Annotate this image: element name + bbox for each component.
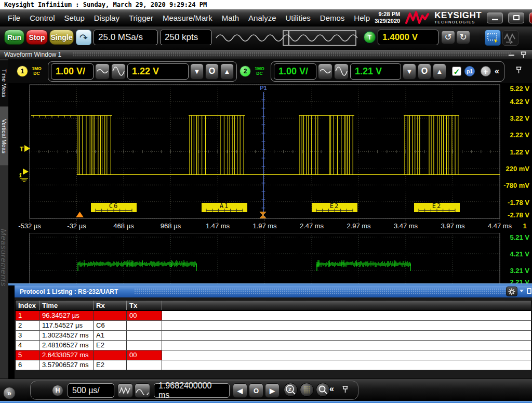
pan-zero-button[interactable]: O (249, 383, 263, 398)
channel-2-scale-box[interactable]: 1.00 V/ (274, 63, 316, 80)
menu-item-measure-mark[interactable]: Measure/Mark (158, 12, 217, 24)
zoom-out-wave-button[interactable] (117, 383, 133, 398)
memory-depth-box[interactable]: 250 kpts (160, 30, 212, 45)
menu-item-trigger[interactable]: Trigger (124, 12, 158, 24)
channel-1-large-scale-button[interactable] (111, 63, 126, 80)
stop-button[interactable]: Stop (26, 30, 48, 45)
trigger-level-box[interactable]: 1.4000 V (378, 30, 438, 45)
waveform-window-title: Waveform Window 1 (4, 51, 61, 58)
sample-rate-box[interactable]: 25.0 MSa/s (94, 30, 158, 45)
protocol-header-filler (162, 301, 531, 310)
channel-1-offset-box[interactable]: 1.22 V (127, 63, 189, 80)
menu-item-display[interactable]: Display (89, 12, 124, 24)
drag-waveform-tool-button[interactable] (502, 30, 518, 46)
collapse-chevrons[interactable]: « (495, 67, 499, 76)
pin-icon[interactable] (520, 51, 527, 59)
channel-1-offset-zero-button[interactable]: O (205, 63, 219, 80)
p1-marker[interactable]: P1 (260, 85, 267, 218)
touch-mode-button[interactable]: ↷ (76, 30, 91, 45)
protocol-cell: 4 (16, 341, 39, 350)
channel-2-offset-zero-button[interactable]: O (418, 63, 431, 80)
region-select-tool-button[interactable] (485, 30, 501, 46)
menu-item-setup[interactable]: Setup (60, 12, 89, 24)
svg-text:4.21 V: 4.21 V (510, 250, 529, 258)
menu-item-help[interactable]: Help (349, 12, 375, 24)
left-sidebar: Time Meas Vertical Meas Measurements (0, 59, 8, 379)
channel-2-offset-up-button[interactable]: ▲ (433, 63, 446, 80)
menu-item-file[interactable]: File (3, 12, 25, 24)
small-sine-icon (97, 67, 108, 75)
chevron-down-icon[interactable] (520, 290, 524, 292)
restore-button[interactable] (508, 12, 524, 23)
protocol-cell: 00 (127, 311, 162, 320)
horizontal-position-box[interactable]: 1.9682400000 ms (154, 383, 230, 398)
zoom-mode-button[interactable]: Z (284, 383, 298, 397)
tab-vertical-meas[interactable]: Vertical Meas (0, 107, 8, 165)
channel-2-controls: 1.00 V/1.21 V▼O▲✓p1+« (271, 61, 504, 82)
protocol-settings-button[interactable] (506, 287, 517, 296)
redo-button[interactable]: ↻ (456, 30, 470, 44)
waveform-plot-1[interactable]: P1T1C6A1E2E2-532 µs-32 µs468 µs968 µs1.4… (15, 83, 532, 233)
collapse-dash-icon[interactable] (509, 55, 514, 56)
protocol-cell: E2 (94, 341, 127, 350)
menu-item-analyze[interactable]: Analyze (244, 12, 281, 24)
waveform-window-title-bar[interactable]: Waveform Window 1 (0, 50, 532, 59)
close-button[interactable]: ✕ (529, 12, 532, 23)
undock-icon[interactable] (527, 288, 531, 294)
menu-item-control[interactable]: Control (25, 12, 59, 24)
protocol-title-bar[interactable]: Protocol 1 Listing : RS-232/UART (15, 285, 532, 297)
channel-1-small-scale-button[interactable] (95, 63, 110, 80)
protocol-cell: 6 (16, 360, 39, 370)
minimize-button[interactable] (487, 12, 503, 23)
probe-p1-badge[interactable]: p1 (464, 66, 475, 76)
channel-2-offset-down-button[interactable]: ▼ (403, 63, 416, 80)
expand-button[interactable]: » (3, 387, 16, 399)
display-on-checkbox[interactable]: ✓ (452, 67, 461, 76)
add-channel-button[interactable]: + (481, 66, 491, 76)
pan-right-button[interactable]: ▶ (265, 383, 280, 398)
channel-2-offset-box[interactable]: 1.21 V (350, 63, 401, 80)
timebase-window-indicator[interactable] (215, 29, 362, 47)
channel-2-small-scale-button[interactable] (318, 63, 332, 80)
channel-1-scale-box[interactable]: 1.00 V/ (51, 63, 94, 80)
channel-2-badge[interactable]: 2 (240, 66, 251, 77)
time-reference-marker[interactable] (76, 212, 84, 217)
search-button[interactable] (316, 383, 330, 397)
single-button[interactable]: Single (49, 30, 74, 45)
protocol-row[interactable]: 63.57906527 msE2 (15, 360, 531, 370)
protocol-cell: 117.54527 µs (39, 321, 94, 330)
collapse-chevrons[interactable]: « (329, 384, 334, 394)
protocol-row[interactable]: 52.64330527 ms00 (15, 350, 531, 360)
markers-button[interactable] (300, 383, 314, 397)
protocol-cell: 5 (16, 350, 39, 360)
undo-button[interactable]: ↺ (441, 30, 455, 44)
trigger-level-marker[interactable]: T (20, 145, 30, 153)
tab-time-meas[interactable]: Time Meas (0, 60, 8, 106)
timebase-window-rect[interactable] (283, 31, 356, 45)
channel-2-large-scale-button[interactable] (334, 63, 349, 80)
protocol-row[interactable]: 31.30234527 msA1 (15, 331, 531, 341)
channel-2-trace (78, 260, 410, 271)
channel-1-ground-marker[interactable]: 1 (19, 168, 29, 181)
protocol-row[interactable]: 42.48106527 msE2 (15, 341, 531, 350)
pin-icon[interactable] (515, 66, 522, 77)
channel-1-offset-up-button[interactable]: ▲ (220, 63, 234, 80)
protocol-row[interactable]: 196.34527 µs00 (15, 311, 531, 321)
pan-left-button[interactable]: ◀ (233, 383, 247, 398)
svg-text:2.47 ms: 2.47 ms (300, 222, 324, 230)
horizontal-badge[interactable]: H (52, 385, 63, 396)
channel-1-offset-down-button[interactable]: ▼ (190, 63, 204, 80)
run-button[interactable]: Run (4, 30, 24, 45)
protocol-row[interactable]: 2117.54527 µsC6 (15, 321, 531, 331)
trigger-badge[interactable]: T (364, 31, 376, 43)
menu-item-demos[interactable]: Demos (315, 12, 350, 24)
pin-icon[interactable] (342, 385, 349, 394)
zoom-in-wave-button[interactable] (135, 383, 150, 398)
menu-item-utilities[interactable]: Utilities (281, 12, 315, 24)
trigger-time-marker[interactable] (260, 212, 266, 218)
channel-1-badge[interactable]: 1 (17, 66, 28, 77)
timebase-box[interactable]: 500 µs/ (68, 383, 114, 398)
protocol-listing-panel: Protocol 1 Listing : RS-232/UART (15, 285, 532, 379)
menu-item-math[interactable]: Math (217, 12, 244, 24)
waveform-plot-2[interactable]: 5.21 V4.21 V3.21 V2.21 V (15, 233, 532, 285)
